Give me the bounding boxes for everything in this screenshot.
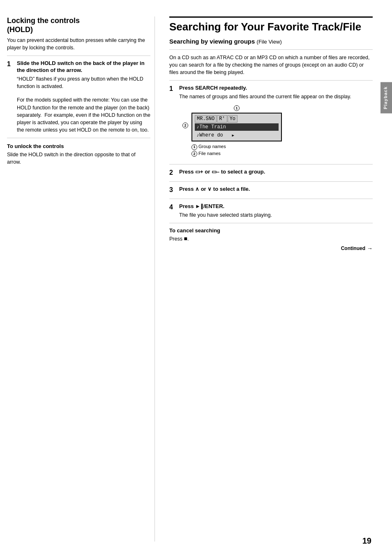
continued-arrow-icon: → bbox=[367, 245, 373, 252]
right-step-1-number: 1 bbox=[169, 85, 177, 93]
left-step-1-number: 1 bbox=[7, 60, 14, 69]
left-divider-2 bbox=[7, 138, 150, 138]
lcd-legend-num-2: 2 bbox=[191, 151, 197, 157]
lcd-top-row: MR.SNO R' Yo bbox=[195, 115, 279, 123]
right-step-3-content: Press ∧ or ∨ to select a file. bbox=[179, 186, 373, 194]
left-step-1-title: Slide the HOLD switch on the back of the… bbox=[17, 60, 150, 74]
left-title-text: Locking the controls bbox=[7, 16, 80, 25]
left-step-1-body2: For the models supplied with the remote:… bbox=[17, 96, 150, 134]
continued-text: Continued bbox=[341, 245, 365, 251]
right-step-1-body: The names of groups and files around the… bbox=[179, 93, 373, 100]
right-step-4-content: Press ►‖/ENTER. The file you have select… bbox=[179, 203, 373, 219]
right-step-1: 1 Press SEARCH repeatedly. The names of … bbox=[169, 85, 373, 160]
right-divider-0 bbox=[169, 49, 373, 50]
cancel-heading: To cancel searching bbox=[169, 227, 373, 234]
lcd-legend-num-1: 1 bbox=[191, 144, 197, 150]
side-tab: Playback bbox=[380, 82, 392, 113]
lcd-screen-wrapper: 2 MR.SNO R' Yo ♪The Train bbox=[191, 113, 282, 141]
left-title-sub: (HOLD) bbox=[7, 25, 33, 34]
continued: Continued → bbox=[169, 245, 373, 252]
right-step-1-content: Press SEARCH repeatedly. The names of gr… bbox=[179, 85, 373, 160]
unlock-body: Slide the HOLD switch in the direction o… bbox=[7, 151, 150, 166]
right-step-2-title: Press ▭+ or ▭– to select a group. bbox=[179, 169, 373, 176]
right-column: Searching for Your Favorite Track/File S… bbox=[167, 16, 385, 542]
right-step-3: 3 Press ∧ or ∨ to select a file. bbox=[169, 186, 373, 194]
left-intro: You can prevent accidental button presse… bbox=[7, 37, 150, 51]
left-step-1-content: Slide the HOLD switch on the back of the… bbox=[17, 60, 150, 134]
left-step-1: 1 Slide the HOLD switch on the back of t… bbox=[7, 60, 150, 134]
right-step-4-number: 4 bbox=[169, 203, 177, 212]
left-divider-1 bbox=[7, 56, 150, 56]
lcd-legend-text-2: File names bbox=[198, 151, 221, 156]
lcd-left-label: 2 bbox=[182, 123, 188, 128]
right-step-3-number: 3 bbox=[169, 186, 177, 194]
right-subsection-title-sub: (File View) bbox=[257, 39, 282, 45]
page-container: Playback Locking the controls (HOLD) You… bbox=[0, 0, 392, 558]
right-subsection-title-text: Searching by viewing groups bbox=[169, 38, 255, 45]
left-section-title: Locking the controls (HOLD) bbox=[7, 16, 150, 34]
lcd-normal-row: ♪Where do ▶ bbox=[195, 132, 279, 139]
right-step-2: 2 Press ▭+ or ▭– to select a group. bbox=[169, 169, 373, 177]
cancel-body: Press ■. bbox=[169, 235, 373, 242]
right-divider-2 bbox=[169, 164, 373, 164]
page-number: 19 bbox=[362, 536, 371, 546]
lcd-top-label: 1 bbox=[191, 105, 282, 111]
right-intro: On a CD such as an ATRAC CD or an MP3 CD… bbox=[169, 54, 373, 76]
right-step-4-body: The file you have selected starts playin… bbox=[179, 211, 373, 219]
left-column: Locking the controls (HOLD) You can prev… bbox=[7, 16, 155, 542]
unlock-heading: To unlock the controls bbox=[7, 143, 150, 149]
cancel-stop-symbol: ■ bbox=[184, 235, 187, 242]
right-divider-5 bbox=[169, 223, 373, 223]
lcd-legend-1: 1 Group names bbox=[191, 143, 282, 150]
right-subsection-title: Searching by viewing groups (File View) bbox=[169, 38, 373, 45]
cancel-period: . bbox=[187, 236, 189, 242]
right-step-1-title: Press SEARCH repeatedly. bbox=[179, 85, 373, 92]
lcd-screen: MR.SNO R' Yo ♪The Train ♪Where do ▶ bbox=[191, 113, 282, 141]
lcd-selected-row: ♪The Train bbox=[195, 123, 279, 131]
lcd-cell-2: R' bbox=[217, 115, 227, 123]
right-main-title: Searching for Your Favorite Track/File bbox=[169, 16, 373, 33]
right-divider-1 bbox=[169, 80, 373, 81]
lcd-cell-1: MR.SNO bbox=[195, 115, 217, 123]
lcd-legend-2: 2 File names bbox=[191, 150, 282, 157]
right-divider-3 bbox=[169, 181, 373, 182]
lcd-legend-text-1: Group names bbox=[198, 144, 226, 149]
right-step-4: 4 Press ►‖/ENTER. The file you have sele… bbox=[169, 203, 373, 219]
cancel-body-text: Press bbox=[169, 236, 184, 242]
right-step-3-title: Press ∧ or ∨ to select a file. bbox=[179, 186, 373, 193]
lcd-circled-2: 2 bbox=[182, 123, 188, 128]
right-step-4-title: Press ►‖/ENTER. bbox=[179, 203, 373, 210]
right-step-2-number: 2 bbox=[169, 169, 177, 177]
lcd-container: 1 2 MR.SNO R' bbox=[191, 105, 282, 157]
right-step-2-content: Press ▭+ or ▭– to select a group. bbox=[179, 169, 373, 177]
right-divider-4 bbox=[169, 199, 373, 199]
columns: Locking the controls (HOLD) You can prev… bbox=[7, 16, 385, 542]
lcd-circled-1: 1 bbox=[234, 105, 240, 111]
lcd-cell-3: Yo bbox=[228, 115, 238, 123]
lcd-legend: 1 Group names 2 File names bbox=[191, 143, 282, 157]
left-step-1-body: “HOLD” flashes if you press any button w… bbox=[17, 75, 150, 90]
